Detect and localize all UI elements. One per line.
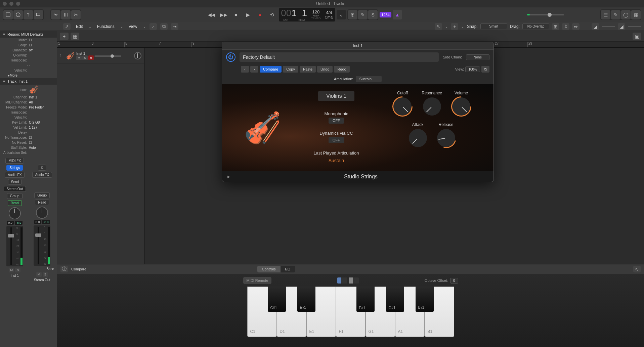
fader-2[interactable]: 051020304060 bbox=[34, 225, 50, 266]
master-volume-slider[interactable] bbox=[527, 14, 564, 15]
view-zoom-select[interactable]: 100% bbox=[465, 67, 480, 72]
freeze-value[interactable]: Pre Fader bbox=[29, 105, 44, 109]
automation-icon[interactable]: ⟋ bbox=[149, 23, 157, 30]
key-value[interactable]: Cmaj bbox=[325, 15, 334, 19]
instrument-slot-button[interactable]: Strings bbox=[6, 165, 23, 171]
staffstyle-value[interactable]: Auto bbox=[29, 146, 36, 149]
track-record-button[interactable]: R bbox=[88, 55, 94, 60]
pan-knob[interactable] bbox=[9, 207, 21, 219]
midi-remote-button[interactable]: MIDI Remote bbox=[243, 277, 272, 284]
region-header[interactable]: Region: MIDI Defaults bbox=[0, 31, 57, 38]
smart-controls-icon[interactable]: ☀ bbox=[51, 10, 60, 19]
minimize-window-icon[interactable] bbox=[9, 2, 13, 6]
preset-selector[interactable]: Factory Default bbox=[240, 52, 439, 62]
replace-icon[interactable]: ⛨ bbox=[348, 10, 357, 19]
compare-smart-button[interactable]: Compare bbox=[71, 267, 86, 271]
pencil-tool-icon[interactable]: + bbox=[451, 23, 458, 30]
lcd-display[interactable]: 001 1 BARBEAT 120 KEEP TEMPO 4/4 Cmaj bbox=[279, 8, 335, 21]
cycle-icon[interactable]: ⟲ bbox=[267, 10, 277, 19]
fader[interactable]: 051020304060 bbox=[6, 226, 23, 266]
octave-value[interactable]: 0 bbox=[450, 278, 458, 284]
eq-tab[interactable]: EQ bbox=[281, 266, 295, 272]
zoom-window-icon[interactable] bbox=[16, 2, 20, 6]
catch-icon[interactable]: ⇥ bbox=[171, 23, 178, 30]
copy-button[interactable]: Copy bbox=[283, 66, 298, 73]
volume-knob[interactable] bbox=[452, 97, 470, 116]
track-volume-slider[interactable] bbox=[94, 55, 121, 57]
attack-knob[interactable] bbox=[409, 129, 427, 147]
help-icon[interactable]: ? bbox=[24, 10, 33, 19]
pan-knob-2[interactable] bbox=[36, 207, 48, 219]
controls-tab[interactable]: Controls bbox=[257, 266, 281, 272]
group-button[interactable]: Group bbox=[7, 193, 23, 199]
view-menu[interactable]: View bbox=[127, 24, 139, 30]
browsers-icon[interactable]: ▦ bbox=[631, 10, 641, 19]
resonance-knob[interactable] bbox=[423, 97, 441, 116]
hzoom-icon[interactable]: ⇔ bbox=[572, 23, 579, 30]
forward-icon[interactable]: ▶▶ bbox=[218, 10, 229, 19]
track-row[interactable]: 1 🎻 Inst 1 M S R bbox=[57, 48, 144, 64]
list-editors-icon[interactable]: ☰ bbox=[601, 10, 610, 19]
mute-checkbox[interactable]: ☐ bbox=[29, 38, 32, 42]
toolbar-icon[interactable] bbox=[34, 10, 43, 19]
loops-icon[interactable]: ◯ bbox=[621, 10, 631, 19]
redo-button[interactable]: Redo bbox=[334, 66, 349, 73]
noreset-checkbox[interactable]: ☐ bbox=[29, 141, 32, 144]
compare-button[interactable]: Compare bbox=[260, 66, 282, 73]
black-key[interactable]: B♭1 bbox=[416, 287, 434, 312]
solo-button[interactable]: S bbox=[15, 268, 20, 272]
black-key[interactable]: G#1 bbox=[386, 287, 404, 312]
monophonic-toggle[interactable]: OFF bbox=[329, 118, 344, 124]
mute-button[interactable]: M bbox=[9, 268, 14, 272]
record-icon[interactable]: ● bbox=[255, 10, 265, 19]
track-header[interactable]: Track: Inst 1 bbox=[0, 78, 57, 85]
send-button[interactable]: Send bbox=[8, 179, 22, 185]
count-in-button[interactable]: 1234 bbox=[380, 12, 391, 17]
keyboard-range-icon[interactable] bbox=[337, 277, 359, 284]
more-disclosure[interactable]: ▸ More bbox=[0, 73, 57, 78]
track-name-label[interactable]: Inst 1 bbox=[76, 51, 132, 55]
power-icon[interactable]: ⏻ bbox=[226, 52, 235, 62]
black-key[interactable]: F#1 bbox=[356, 287, 375, 312]
duplicate-track-button[interactable]: ▦ bbox=[71, 33, 79, 40]
articulation-select[interactable]: Sustain bbox=[356, 76, 382, 82]
solo2-button[interactable]: S bbox=[43, 272, 48, 277]
volume-knob[interactable] bbox=[548, 13, 552, 17]
link-window-icon[interactable]: ⧉ bbox=[481, 66, 489, 73]
audiofx-button[interactable]: Audio FX bbox=[5, 172, 25, 178]
prev-preset-icon[interactable]: ‹ bbox=[241, 66, 249, 73]
zoom-v-slider-icon[interactable]: ◢ bbox=[592, 23, 599, 30]
next-preset-icon[interactable]: › bbox=[250, 66, 258, 73]
edit-menu[interactable]: Edit bbox=[74, 24, 85, 30]
autopunch-icon[interactable]: ✎ bbox=[358, 10, 368, 19]
waveform-zoom-icon[interactable]: ⊞ bbox=[552, 23, 559, 30]
notranspose-checkbox[interactable]: ☐ bbox=[29, 136, 32, 139]
snap-select[interactable]: Smart bbox=[480, 24, 507, 29]
editors-icon[interactable]: ✂ bbox=[71, 10, 81, 19]
link-icon[interactable]: ↗ bbox=[63, 23, 71, 30]
cutoff-knob[interactable] bbox=[393, 97, 412, 116]
undo-button[interactable]: Undo bbox=[317, 66, 333, 73]
timesig-value[interactable]: 4/4 bbox=[326, 10, 332, 15]
flex-icon[interactable]: ⧉ bbox=[160, 23, 168, 30]
quantize-value[interactable]: off bbox=[29, 48, 33, 52]
lcd-dropdown-icon[interactable]: ⌄ bbox=[337, 10, 346, 19]
close-window-icon[interactable] bbox=[3, 2, 7, 6]
loop-checkbox[interactable]: ☐ bbox=[29, 43, 32, 47]
zoom-h-slider-icon[interactable]: ◢ bbox=[618, 23, 625, 30]
notepad-icon[interactable]: ✎ bbox=[611, 10, 620, 19]
vzoom-icon[interactable]: ⇕ bbox=[562, 23, 569, 30]
read2-button[interactable]: Read bbox=[35, 200, 49, 205]
link-button[interactable]: ⧉ bbox=[38, 165, 46, 171]
paste-button[interactable]: Paste bbox=[300, 66, 316, 73]
vellimit-value[interactable]: 1 127 bbox=[29, 126, 37, 129]
mute2-button[interactable]: M bbox=[36, 272, 42, 277]
info-icon[interactable]: ⓘ bbox=[60, 266, 68, 272]
pointer-tool-icon[interactable]: ↖ bbox=[435, 23, 442, 30]
midifx-button[interactable]: MIDI FX bbox=[5, 158, 24, 164]
track-solo-button[interactable]: S bbox=[82, 55, 88, 60]
piano-keyboard[interactable]: C1D1E1F1G1A1B1C#1E♭1F#1G#1B♭1 bbox=[247, 287, 454, 337]
rewind-icon[interactable]: ◀◀ bbox=[206, 10, 217, 19]
release-knob[interactable] bbox=[437, 129, 455, 147]
library-icon[interactable] bbox=[3, 10, 13, 19]
